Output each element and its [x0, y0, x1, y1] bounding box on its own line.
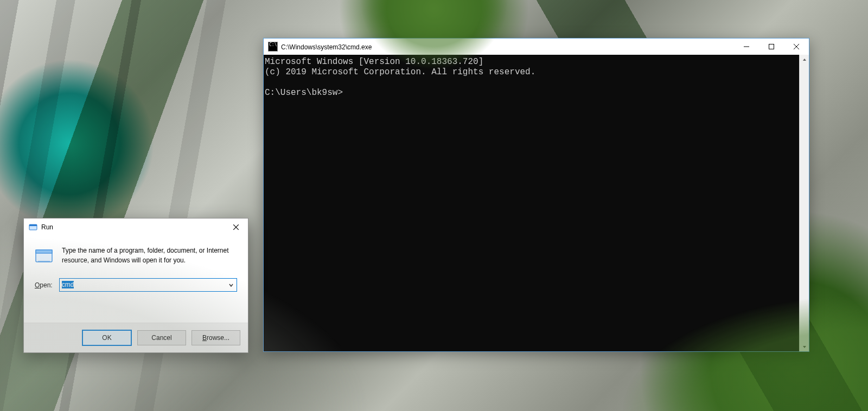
cmd-console[interactable]: Microsoft Windows [Version 10.0.18363.72…: [264, 55, 799, 351]
run-titlebar[interactable]: Run: [24, 219, 248, 236]
cmd-window-title: C:\Windows\system32\cmd.exe: [281, 43, 734, 51]
cmd-line-copyright: (c) 2019 Microsoft Corporation. All righ…: [265, 67, 535, 77]
cmd-prompt: C:\Users\bk9sw>: [265, 88, 343, 98]
scroll-down-icon[interactable]: [800, 342, 809, 351]
cmd-scrollbar[interactable]: [799, 55, 809, 351]
run-footer: OK Cancel Browse...: [24, 323, 248, 352]
close-button[interactable]: [784, 38, 809, 55]
desktop-wallpaper: C:\Windows\system32\cmd.exe Microsoft Wi…: [0, 0, 868, 411]
run-dialog: Run Type the name of a program, folder, …: [23, 218, 248, 353]
cmd-window: C:\Windows\system32\cmd.exe Microsoft Wi…: [263, 38, 809, 352]
run-body: Type the name of a program, folder, docu…: [24, 236, 248, 323]
run-open-combobox[interactable]: cmd: [59, 278, 237, 292]
run-open-label: Open:: [35, 281, 53, 289]
run-dialog-title: Run: [41, 223, 53, 231]
cmd-icon: [268, 42, 278, 52]
browse-button[interactable]: Browse...: [192, 330, 240, 345]
run-open-value[interactable]: cmd: [60, 279, 76, 291]
window-controls: [734, 38, 809, 55]
svg-rect-0: [769, 44, 774, 49]
run-description: Type the name of a program, folder, docu…: [62, 246, 237, 265]
run-icon: [29, 223, 37, 232]
run-close-button[interactable]: [224, 219, 248, 235]
cmd-line-version: Microsoft Windows [Version 10.0.18363.72…: [265, 57, 483, 67]
maximize-button[interactable]: [759, 38, 784, 55]
cmd-body: Microsoft Windows [Version 10.0.18363.72…: [264, 55, 809, 351]
svg-rect-2: [29, 224, 37, 226]
chevron-down-icon[interactable]: [226, 279, 237, 291]
minimize-button[interactable]: [734, 38, 759, 55]
ok-button[interactable]: OK: [82, 330, 132, 346]
cancel-button[interactable]: Cancel: [137, 330, 186, 345]
cmd-titlebar[interactable]: C:\Windows\system32\cmd.exe: [264, 38, 809, 55]
svg-rect-4: [36, 250, 52, 253]
run-app-icon: [35, 247, 53, 265]
scroll-up-icon[interactable]: [800, 55, 809, 64]
